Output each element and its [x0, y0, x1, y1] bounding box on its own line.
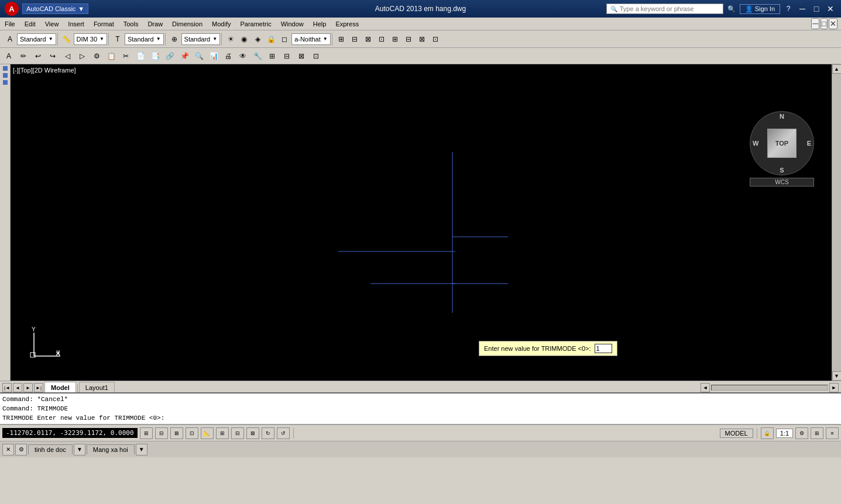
tb2-btn9[interactable]: ✂ — [119, 50, 132, 63]
tb-multileader-icon[interactable]: ⊕ — [168, 33, 181, 46]
status-btn5[interactable]: 📐 — [201, 427, 214, 439]
status-btn6[interactable]: ⊞ — [216, 427, 229, 439]
canvas-area[interactable]: [-][Top][2D Wireframe] N S W E TOP WCS — [11, 64, 832, 381]
scroll-track-vertical[interactable] — [832, 74, 841, 371]
tb2-btn7[interactable]: ⚙ — [90, 50, 103, 63]
tb2-btn6[interactable]: ▷ — [75, 50, 88, 63]
layer-dropdown[interactable]: a-Noithat ▼ — [291, 33, 331, 45]
strip-icon2[interactable]: ⚙ — [15, 444, 27, 455]
tb2-btn15[interactable]: 📊 — [207, 50, 220, 63]
menu-file[interactable]: File — [0, 18, 20, 30]
hscroll-track[interactable] — [711, 385, 828, 391]
tb-style-icon[interactable]: A — [4, 33, 16, 46]
tb-props-btn2[interactable]: ⊟ — [348, 33, 361, 46]
trimmode-input[interactable] — [595, 344, 612, 353]
menu-modify[interactable]: Modify — [207, 18, 235, 30]
tb2-btn19[interactable]: ⊞ — [266, 50, 279, 63]
menu-help[interactable]: Help — [308, 18, 331, 30]
dwg-restore-button[interactable]: □ — [821, 18, 828, 29]
status-grid-btn[interactable]: ⊞ — [811, 427, 823, 439]
strip-tab2[interactable]: Mang xa hoi — [87, 444, 135, 454]
tb2-btn2[interactable]: ✏ — [17, 50, 30, 63]
tb2-btn4[interactable]: ↪ — [46, 50, 59, 63]
lock-icon[interactable]: 🔒 — [761, 427, 774, 439]
dim-dropdown[interactable]: DIM 30 ▼ — [74, 33, 107, 45]
tb-text-icon[interactable]: T — [111, 33, 124, 46]
close-button[interactable]: ✕ — [825, 4, 836, 14]
tb-props-btn5[interactable]: ⊞ — [389, 33, 401, 46]
menu-format[interactable]: Format — [89, 18, 119, 30]
tab-nav-first[interactable]: |◄ — [2, 383, 12, 392]
status-btn7[interactable]: ⊟ — [231, 427, 244, 439]
status-btn9[interactable]: ↻ — [262, 427, 274, 439]
tb2-btn3[interactable]: ↩ — [32, 50, 44, 63]
multileader-dropdown[interactable]: Standard ▼ — [181, 33, 221, 45]
menu-draw[interactable]: Draw — [143, 18, 167, 30]
tab-layout1[interactable]: Layout1 — [79, 382, 115, 392]
tab-nav-next[interactable]: ► — [23, 383, 33, 392]
dwg-minimize-button[interactable]: ─ — [811, 18, 819, 29]
tb-props-btn6[interactable]: ⊟ — [402, 33, 415, 46]
text-dropdown[interactable]: Standard ▼ — [125, 33, 164, 45]
tb2-btn12[interactable]: 🔗 — [163, 50, 176, 63]
tab-nav-prev[interactable]: ◄ — [13, 383, 22, 392]
tb-layer-icon5[interactable]: ◻ — [278, 33, 291, 46]
tab-nav-last[interactable]: ►| — [34, 383, 43, 392]
hscroll-right-button[interactable]: ► — [829, 383, 839, 392]
menu-tools[interactable]: Tools — [119, 18, 143, 30]
status-btn2[interactable]: ⊟ — [155, 427, 168, 439]
tb-props-btn8[interactable]: ⊡ — [429, 33, 442, 46]
menu-dimension[interactable]: Dimension — [167, 18, 207, 30]
strip-tab-arrow[interactable]: ▼ — [74, 444, 85, 455]
hscroll-left-button[interactable]: ◄ — [701, 383, 710, 392]
tb2-btn11[interactable]: 📑 — [149, 50, 162, 63]
tb2-btn8[interactable]: 📋 — [105, 50, 118, 63]
tb-layer-icon4[interactable]: 🔒 — [265, 33, 277, 46]
tab-model[interactable]: Model — [44, 382, 76, 392]
menu-edit[interactable]: Edit — [20, 18, 40, 30]
strip-tab2-arrow[interactable]: ▼ — [136, 444, 147, 455]
menu-express[interactable]: Express — [331, 18, 363, 30]
sign-in-button[interactable]: 👤 Sign In — [740, 4, 780, 14]
menu-parametric[interactable]: Parametric — [235, 18, 276, 30]
tb2-btn10[interactable]: 📄 — [134, 50, 147, 63]
tb-props-btn3[interactable]: ⊠ — [362, 33, 375, 46]
tb2-btn1[interactable]: A — [2, 50, 15, 63]
workspace-selector[interactable]: AutoCAD Classic ▼ — [22, 4, 88, 14]
restore-button[interactable]: □ — [811, 4, 822, 14]
tb-props-btn4[interactable]: ⊡ — [375, 33, 388, 46]
status-custom-btn[interactable]: ≡ — [826, 427, 839, 439]
tb2-btn14[interactable]: 🔍 — [193, 50, 205, 63]
status-btn3[interactable]: ⊠ — [170, 427, 183, 439]
tb2-btn5[interactable]: ◁ — [61, 50, 74, 63]
search-btn-icon[interactable]: 🔍 — [726, 4, 737, 14]
model-label[interactable]: MODEL — [720, 429, 753, 438]
menu-view[interactable]: View — [40, 18, 64, 30]
strip-icon1[interactable]: ✕ — [2, 444, 14, 455]
tb-dim-icon[interactable]: 📏 — [60, 33, 73, 46]
minimize-button[interactable]: ─ — [797, 4, 808, 14]
tb-props-btn1[interactable]: ⊞ — [335, 33, 348, 46]
style-dropdown[interactable]: Standard ▼ — [17, 33, 56, 45]
menu-window[interactable]: Window — [276, 18, 308, 30]
tb2-btn22[interactable]: ⊡ — [310, 50, 322, 63]
menu-insert[interactable]: Insert — [63, 18, 89, 30]
viewcube-top[interactable]: TOP — [767, 129, 797, 158]
tb2-btn21[interactable]: ⊠ — [295, 50, 308, 63]
tb-layer-icon1[interactable]: ☀ — [224, 33, 237, 46]
status-btn4[interactable]: ⊡ — [186, 427, 198, 439]
scale-label[interactable]: 1:1 — [776, 429, 793, 438]
help-icon[interactable]: ? — [782, 4, 794, 14]
status-btn1[interactable]: ⊞ — [140, 427, 153, 439]
scroll-up-button[interactable]: ▲ — [832, 64, 842, 74]
strip-tab1[interactable]: tinh de doc — [28, 444, 73, 454]
tb2-btn16[interactable]: 🖨 — [222, 50, 235, 63]
search-input[interactable] — [620, 5, 713, 12]
scroll-down-button[interactable]: ▼ — [832, 371, 842, 381]
dwg-close-button[interactable]: ✕ — [829, 18, 837, 29]
status-gear-btn[interactable]: ⚙ — [795, 427, 808, 439]
search-box[interactable]: 🔍 — [606, 4, 723, 14]
status-btn8[interactable]: ⊠ — [246, 427, 259, 439]
tb2-btn18[interactable]: 🔧 — [251, 50, 264, 63]
tb-props-btn7[interactable]: ⊠ — [416, 33, 428, 46]
